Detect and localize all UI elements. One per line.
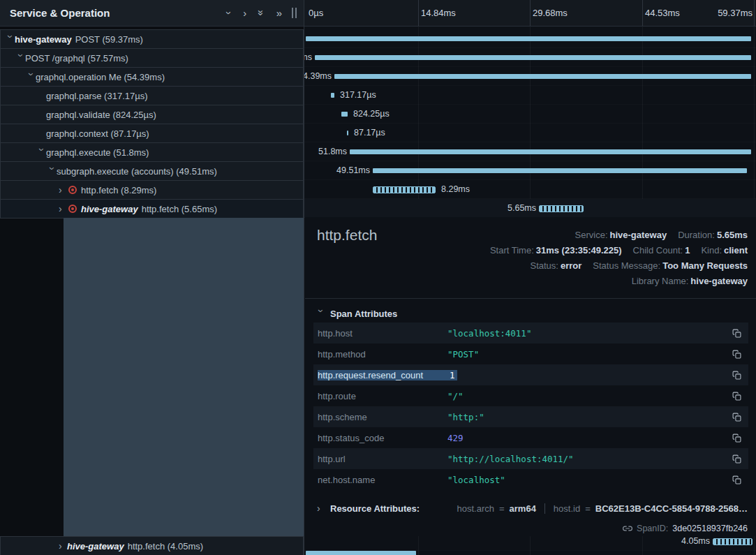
chevron-down-icon[interactable]: ›	[224, 11, 235, 15]
tree-row[interactable]: ›graphql.parse (317.17µs)	[0, 86, 304, 105]
meta-service: Service:hive-gateway	[575, 230, 667, 240]
meta-label: Duration:	[678, 230, 715, 240]
copy-icon[interactable]	[732, 329, 741, 338]
meta-duration: Duration:5.65ms	[678, 230, 748, 240]
copy-icon[interactable]	[732, 475, 741, 484]
timeline-row[interactable]: 5.65ms	[304, 199, 756, 218]
timeline-row[interactable]: 57.57ms	[304, 48, 756, 67]
timeline-row[interactable]: 59.37ms	[304, 29, 756, 48]
span-duration-bar[interactable]	[306, 36, 751, 41]
operation-label: http.fetch (5.65ms)	[142, 204, 217, 214]
timeline-row[interactable]	[304, 544, 756, 555]
span-tree-panel: Service & Operation › › » » ›hive-gatewa…	[0, 0, 304, 555]
chevron-down-icon[interactable]: ›	[37, 148, 47, 156]
resource-key: host.id	[554, 503, 580, 514]
operation-label: graphql.validate (824.25µs)	[46, 110, 156, 120]
operation-label: http.fetch (4.05ms)	[128, 541, 203, 552]
span-duration-bar[interactable]	[315, 55, 751, 60]
chevron-right-icon[interactable]: ›	[59, 185, 67, 195]
meta-library-name: Library Name:hive-gateway	[632, 276, 748, 286]
meta-start-time: Start Time:31ms (23:35:49.225)	[490, 245, 622, 256]
tree-row[interactable]: ›POST /graphql (57.57ms)	[0, 48, 304, 68]
ruler-tick-line	[754, 0, 755, 26]
tree-row[interactable]: ›graphql.execute (51.8ms)	[0, 142, 304, 162]
span-duration-bar[interactable]	[341, 112, 348, 117]
operation-label: POST (59.37ms)	[75, 34, 143, 45]
timeline-row[interactable]: 824.25µs	[304, 105, 756, 124]
timeline-row[interactable]: 8.29ms	[304, 180, 756, 199]
duration-label: 8.29ms	[441, 180, 470, 199]
span-duration-bar[interactable]	[334, 74, 751, 79]
copy-icon[interactable]	[732, 350, 741, 359]
span-duration-bar[interactable]	[331, 93, 334, 98]
resource-attributes-items: host.arch=arm64host.id=BC62E13B-C4CC-585…	[457, 503, 748, 514]
span-duration-bar[interactable]	[347, 131, 348, 135]
column-resize-handle[interactable]	[292, 8, 297, 18]
double-chevron-down-icon[interactable]: »	[256, 10, 267, 15]
error-status-icon	[68, 186, 77, 194]
resource-attributes-row[interactable]: › Resource Attributes: host.arch=arm64ho…	[317, 499, 748, 517]
attribute-row: http.scheme"http:"	[313, 406, 748, 427]
span-duration-bar[interactable]	[373, 168, 747, 173]
meta-value: client	[724, 245, 748, 256]
meta-line: Library Name:hive-gateway	[490, 274, 748, 289]
timeline-row[interactable]: 51.8ms	[304, 142, 756, 161]
meta-status: Status:error	[531, 260, 582, 271]
timeline-row[interactable]: 54.39ms	[304, 67, 756, 86]
timeline-row[interactable]: 317.17µs	[304, 86, 756, 105]
duration-label: 317.17µs	[340, 86, 376, 105]
service-name: hive-gateway	[15, 34, 72, 45]
timeline-row[interactable]: 87.17µs	[304, 124, 756, 142]
chevron-right-icon: ›	[317, 503, 325, 513]
meta-label: Library Name:	[632, 276, 689, 286]
meta-value: 1	[685, 245, 690, 256]
meta-kind: Kind:client	[701, 245, 748, 256]
duration-label: 5.65ms	[507, 199, 536, 218]
tree-row[interactable]: ›hive-gatewayhttp.fetch (5.65ms)	[0, 199, 304, 219]
span-duration-bar[interactable]	[350, 149, 751, 154]
divider	[544, 503, 545, 514]
duration-label: 824.25µs	[353, 105, 390, 124]
copy-icon[interactable]	[732, 371, 741, 380]
meta-label: Kind:	[701, 245, 722, 256]
chevron-right-icon[interactable]: ›	[59, 204, 67, 214]
copy-icon[interactable]	[732, 434, 741, 443]
tree-row[interactable]: ›graphql.context (87.17µs)	[0, 124, 304, 143]
chevron-right-icon[interactable]: ›	[243, 8, 246, 18]
tree-row[interactable]: ›http.fetch (8.29ms)	[0, 180, 304, 200]
ruler-tick-line	[642, 0, 643, 26]
chevron-down-icon[interactable]: ›	[27, 73, 36, 81]
duration-label: 54.39ms	[304, 67, 332, 86]
chevron-down-icon[interactable]: ›	[47, 167, 57, 175]
trace-viewer: Service & Operation › › » » ›hive-gatewa…	[0, 0, 756, 555]
attribute-value-selected: 1	[447, 370, 457, 380]
tree-row[interactable]: ›graphql.validate (824.25µs)	[0, 105, 304, 124]
tree-toolbar: › › » »	[228, 8, 282, 18]
attribute-value: "/"	[447, 391, 727, 401]
attribute-value: "POST"	[447, 349, 727, 360]
copy-icon[interactable]	[732, 454, 741, 464]
attribute-value: 1	[447, 370, 727, 380]
ruler-tick-label: 29.68ms	[533, 8, 568, 18]
meta-label: Status:	[531, 260, 558, 271]
tree-row[interactable]: ›graphql.operation Me (54.39ms)	[0, 67, 304, 87]
chevron-right-icon[interactable]: ›	[59, 541, 67, 551]
tree-row[interactable]: ›subgraph.execute (accounts) (49.51ms)	[0, 161, 304, 181]
ruler-tick-label: 59.37ms	[718, 8, 753, 18]
attribute-row: http.host"localhost:4011"	[313, 323, 748, 343]
span-duration-bar[interactable]	[539, 205, 584, 212]
tree-row[interactable]: ›hive-gatewayPOST (59.37ms)	[0, 29, 304, 49]
copy-icon[interactable]	[732, 392, 741, 401]
attribute-row: net.host.name"localhost"	[313, 469, 748, 490]
chevron-down-icon[interactable]: ›	[16, 54, 26, 62]
copy-icon[interactable]	[732, 413, 741, 422]
span-duration-bar[interactable]	[306, 551, 416, 555]
timeline-row[interactable]: 49.51ms	[304, 161, 756, 180]
meta-value: 31ms (23:35:49.225)	[536, 245, 622, 256]
span-duration-bar[interactable]	[373, 186, 436, 193]
double-chevron-right-icon[interactable]: »	[276, 8, 282, 18]
chevron-down-icon[interactable]: ›	[6, 35, 15, 43]
span-attributes-header[interactable]: › Span Attributes	[317, 306, 397, 320]
resource-value: BC62E13B-C4CC-5854-9788-2568…	[595, 503, 748, 514]
tree-row[interactable]: ›hive-gatewayhttp.fetch (4.05ms)	[0, 536, 304, 555]
